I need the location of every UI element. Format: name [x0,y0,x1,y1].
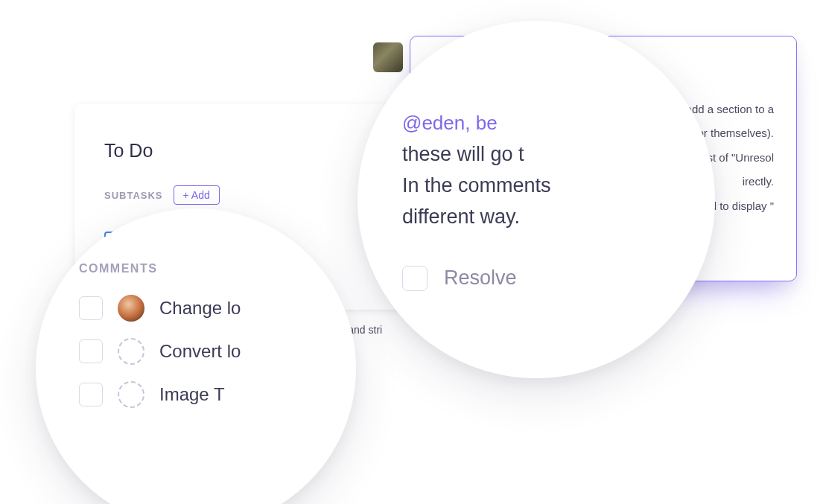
comment-list-item[interactable]: Change lo [79,295,326,322]
resolve-label: Resolve [444,267,517,290]
subtasks-label: SUBTASKS [104,190,163,201]
comment-item-text: Image T [159,384,225,405]
zoom-line: In the comments [402,170,670,202]
resolve-row[interactable]: Resolve [402,266,670,291]
comment-item-text: Change lo [159,298,241,319]
zoom-line: different way. [402,202,670,233]
add-subtask-button[interactable]: + Add [174,185,220,205]
checkbox-icon[interactable] [79,339,103,363]
comment-list-item[interactable]: Convert lo [79,338,326,365]
mention-link[interactable]: @eden, be [402,112,498,134]
user-avatar[interactable] [118,295,144,322]
comment-list-item[interactable]: Image T [79,381,326,408]
assignee-placeholder-icon[interactable] [118,381,144,408]
commenter-avatar[interactable] [373,42,403,72]
zoom-lens-comment: @eden, be these will go t In the comment… [358,21,715,378]
assignee-placeholder-icon[interactable] [118,338,144,365]
checkbox-icon[interactable] [79,383,103,406]
resolve-checkbox-icon[interactable] [402,266,428,291]
zoom-comment-lines: @eden, be these will go t In the comment… [402,108,670,232]
zoom-line: these will go t [402,139,670,170]
comments-section-label: COMMENTS [79,262,326,275]
checkbox-icon[interactable] [79,296,103,320]
comment-item-text: Convert lo [159,341,241,362]
